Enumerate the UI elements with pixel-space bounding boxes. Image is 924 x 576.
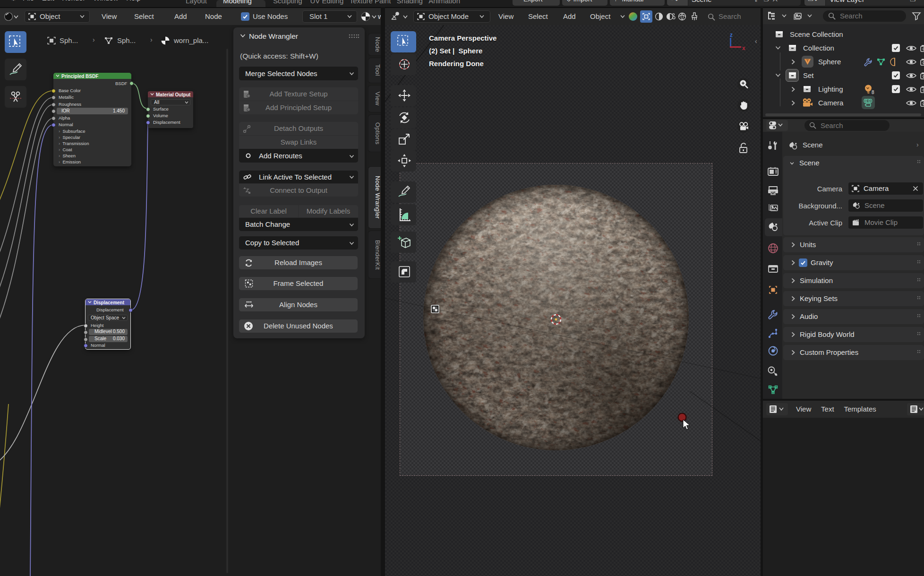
svg-text:z: z <box>730 32 733 38</box>
svg-text:8: 8 <box>872 90 874 95</box>
svg-text:x: x <box>742 45 745 52</box>
